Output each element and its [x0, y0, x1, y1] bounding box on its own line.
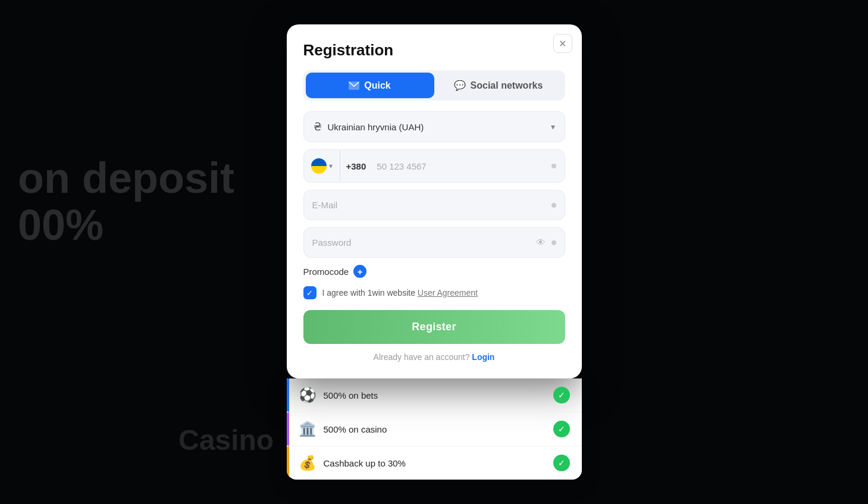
tab-row: Quick 💬 Social networks: [303, 70, 565, 101]
bonus-left-bets: ⚽ 500% on bets: [299, 387, 378, 403]
password-required-dot: [551, 240, 556, 245]
agree-text: I agree with 1win website User Agreement: [322, 288, 478, 298]
chevron-down-icon: ▾: [329, 162, 333, 170]
close-icon: ✕: [559, 38, 566, 49]
eye-icon[interactable]: 👁: [530, 237, 551, 248]
phone-code: +380: [340, 153, 370, 180]
agree-row: ✓ I agree with 1win website User Agreeme…: [303, 286, 565, 299]
password-input[interactable]: [304, 228, 530, 257]
login-link[interactable]: Login: [472, 352, 494, 362]
chevron-down-icon: ▾: [551, 122, 555, 132]
bonus-left-casino: 🏛️ 500% on casino: [299, 421, 387, 437]
phone-input[interactable]: [369, 153, 551, 180]
promocode-row: Promocode +: [303, 265, 565, 278]
bets-icon: ⚽: [299, 387, 317, 403]
bg-casino-text: Casino: [178, 424, 274, 456]
bonus-panel: ⚽ 500% on bets ✓ 🏛️ 500% on casino ✓ 💰 C…: [287, 378, 582, 480]
bg-promo-text: on deposit00%: [18, 155, 234, 249]
promocode-label: Promocode: [303, 267, 349, 277]
bets-text: 500% on bets: [324, 390, 378, 400]
email-required-dot: [551, 203, 556, 208]
password-field-row: 👁: [303, 227, 565, 258]
tab-social-label: Social networks: [471, 80, 543, 91]
tab-quick-label: Quick: [364, 80, 390, 91]
currency-value: Ukrainian hryvnia (UAH): [328, 122, 424, 132]
cashback-icon: 💰: [299, 455, 317, 471]
register-button[interactable]: Register: [303, 310, 565, 344]
cashback-check-icon: ✓: [553, 455, 570, 471]
email-field-row: [303, 190, 565, 220]
email-input[interactable]: [304, 190, 551, 220]
login-prompt-text: Already have an account?: [374, 352, 470, 362]
registration-modal: Registration ✕ Quick 💬 Social networks ₴…: [287, 24, 582, 378]
ukraine-flag: [311, 158, 327, 174]
login-row: Already have an account? Login: [303, 352, 565, 362]
bonus-item-casino: 🏛️ 500% on casino ✓: [287, 412, 582, 446]
tab-social[interactable]: 💬 Social networks: [434, 73, 563, 98]
close-button[interactable]: ✕: [553, 34, 572, 53]
phone-required-dot: [551, 164, 556, 168]
casino-icon: 🏛️: [299, 421, 317, 437]
casino-check-icon: ✓: [553, 421, 570, 437]
promocode-add-button[interactable]: +: [353, 265, 366, 278]
modal-wrapper: Registration ✕ Quick 💬 Social networks ₴…: [287, 24, 582, 480]
bets-check-icon: ✓: [553, 387, 570, 403]
cashback-text: Cashback up to 30%: [324, 458, 406, 468]
bonus-left-cashback: 💰 Cashback up to 30%: [299, 455, 406, 471]
bonus-item-cashback: 💰 Cashback up to 30% ✓: [287, 446, 582, 480]
currency-symbol: ₴: [314, 120, 322, 133]
currency-dropdown[interactable]: ₴ Ukrainian hryvnia (UAH) ▾: [303, 111, 565, 142]
social-icon: 💬: [454, 80, 466, 91]
user-agreement-link[interactable]: User Agreement: [418, 288, 478, 298]
bonus-item-bets: ⚽ 500% on bets ✓: [287, 378, 582, 412]
agree-checkbox[interactable]: ✓: [303, 286, 317, 299]
tab-quick[interactable]: Quick: [306, 73, 434, 98]
phone-field: ▾ +380: [303, 149, 565, 183]
email-icon: [349, 82, 359, 90]
modal-title: Registration: [303, 41, 565, 60]
country-selector[interactable]: ▾: [304, 150, 340, 182]
currency-left: ₴ Ukrainian hryvnia (UAH): [314, 120, 424, 133]
casino-text: 500% on casino: [324, 424, 387, 434]
